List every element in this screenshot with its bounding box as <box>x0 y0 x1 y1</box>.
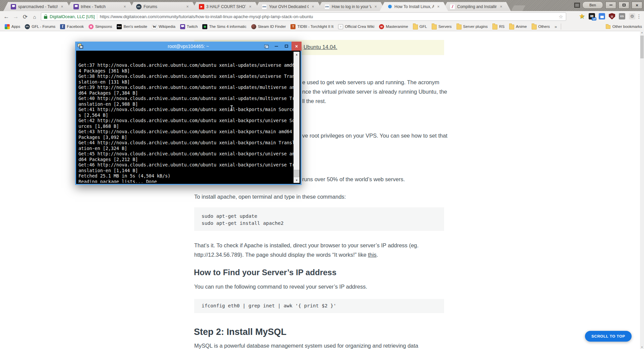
browser-tab[interactable]: sparcmaclived - Twitch × <box>3 2 72 11</box>
maximize-button[interactable] <box>619 2 629 9</box>
tab-close-icon[interactable]: × <box>122 4 127 9</box>
bookmark-item[interactable]: TIDBI - Torchlight II It <box>288 23 335 30</box>
bookmark-item[interactable]: GFL <box>411 23 429 30</box>
folder-icon <box>413 24 418 30</box>
bookmark-item[interactable]: Official Crea Wiki <box>336 23 376 30</box>
profile-button[interactable]: Ben <box>582 1 603 9</box>
tab-title: sparcmaclived - Twitch <box>18 4 58 9</box>
other-bookmarks-button[interactable]: Other bookmarks <box>606 22 642 31</box>
tab-close-icon[interactable]: × <box>60 4 64 9</box>
browser-tab[interactable]: Compiling and Installing × <box>442 2 511 11</box>
putty-close-button[interactable]: × <box>291 42 302 51</box>
ben-icon <box>117 24 122 29</box>
bookmark-item[interactable]: Twitch <box>178 23 200 30</box>
putty-maximize-button[interactable] <box>281 42 291 51</box>
browser-tab[interactable]: trihex - Twitch × <box>66 2 135 11</box>
ublock-extension-icon[interactable]: 8 <box>609 13 615 19</box>
this-link[interactable]: this <box>368 252 377 258</box>
home-button[interactable]: ⌂ <box>30 12 39 21</box>
bookmarks-bar: Apps GFL - Forums Facebook Simpsons Ben'… <box>0 22 644 31</box>
facebook-icon <box>60 24 65 29</box>
bookmark-item[interactable]: Simpsons <box>87 23 114 30</box>
bookmark-item[interactable]: RS <box>490 23 506 30</box>
browser-tab[interactable]: 3 HALF COURT SHOTS in × <box>192 2 260 11</box>
bookmark-label: RS <box>499 24 504 29</box>
wikipedia-icon <box>152 24 157 29</box>
bookmark-item[interactable]: Steam ID Finder <box>249 23 288 30</box>
back-button[interactable]: ← <box>2 12 11 21</box>
tab-title: Compiling and Installing <box>457 4 497 9</box>
putty-terminal-window[interactable]: root@vps104465: ~ ϟ × Get:37 http://nova… <box>75 42 302 185</box>
bookmark-label: Others <box>538 24 550 29</box>
browser-tab[interactable]: How To Install Linux, Ap × <box>380 2 448 11</box>
bookmark-item[interactable]: Server plugins <box>454 23 490 30</box>
tab-close-icon[interactable]: × <box>436 4 441 9</box>
browser-tab[interactable]: Forums × <box>129 2 197 11</box>
terminal-line: Get:41 http://nova.clouds.archive.ubuntu… <box>78 107 294 113</box>
mail-extension-icon[interactable]: off <box>589 13 595 19</box>
tab-close-icon[interactable]: × <box>248 4 253 9</box>
close-button[interactable]: × <box>632 2 642 9</box>
forward-button[interactable]: → <box>11 12 20 21</box>
putty-stack-button[interactable] <box>261 42 271 51</box>
bookmark-item[interactable]: Masteranime <box>377 23 410 30</box>
bookmark-label: Apps <box>11 24 20 29</box>
bookmark-item[interactable]: The Sims 4 informatic <box>200 23 248 30</box>
gear-extension-icon[interactable] <box>629 13 635 19</box>
putty-title-bar[interactable]: root@vps104465: ~ ϟ × <box>75 42 302 51</box>
star-plus-extension-icon[interactable] <box>579 13 585 19</box>
bookmark-item[interactable]: Anime <box>507 23 529 30</box>
browser-tab[interactable]: Your OVH Dedicated Co × <box>254 2 323 11</box>
tab-close-icon[interactable]: × <box>499 4 503 9</box>
bookmark-star-icon[interactable]: ☆ <box>559 14 563 20</box>
extension-badge: 8 <box>614 17 616 20</box>
tab-close-icon[interactable]: × <box>311 4 315 9</box>
browser-scrollbar-thumb[interactable] <box>640 36 644 58</box>
new-tab-button[interactable] <box>511 5 525 11</box>
terminal-scrollbar[interactable]: ▲ ▼ <box>293 52 300 183</box>
es-extension-icon[interactable] <box>619 13 625 19</box>
terminal-line: urces [1,868 B] <box>78 124 294 130</box>
bookmark-item[interactable]: Others <box>530 23 552 30</box>
section-heading-step2: Step 2: Install MySQL <box>194 327 286 337</box>
terminal-line: Fetched 25.1 MB in 5s (4,504 kB/s) <box>78 173 294 179</box>
tab-close-icon[interactable]: × <box>373 4 378 9</box>
terminal-scroll-down-icon[interactable]: ▼ <box>294 178 300 183</box>
ev-certificate-label[interactable]: DigitalOcean, LLC [US] <box>50 14 95 19</box>
putty-minimize-button[interactable] <box>271 42 281 51</box>
window-controls: Ben × <box>574 1 642 9</box>
window-extension-icon[interactable] <box>599 13 605 19</box>
paragraph-fragment: runs over 50% of the world’s web servers… <box>302 176 405 183</box>
bookmark-item[interactable]: Wikipedia <box>150 23 177 30</box>
scroll-to-top-button[interactable]: SCROLL TO TOP <box>585 331 632 342</box>
terminal-scrollbar-thumb[interactable] <box>294 170 300 177</box>
bookmark-item[interactable]: Apps <box>3 23 22 30</box>
browser-scrollbar[interactable]: ▲ ▼ <box>640 30 644 349</box>
browser-tab[interactable]: How to log in to your VP × <box>317 2 385 11</box>
url-text[interactable]: https://www.digitalocean.com/community/t… <box>100 14 556 19</box>
scroll-down-icon[interactable]: ▼ <box>640 345 644 349</box>
bookmark-item[interactable]: Servers <box>430 23 454 30</box>
bookmark-item[interactable]: Facebook <box>58 23 86 30</box>
bookmarks-overflow-chevron[interactable]: » <box>552 24 559 29</box>
bookmark-label: GFL <box>420 24 427 29</box>
tab-close-icon[interactable]: × <box>185 4 190 9</box>
bookmark-label: Masteranime <box>386 24 408 29</box>
paragraph-fragment: e used to get web servers up and running… <box>302 79 439 86</box>
scroll-up-icon[interactable]: ▲ <box>640 30 644 34</box>
extension-row: off 8 <box>579 13 635 19</box>
note-link-fragment[interactable]: Ubuntu 14.04. <box>304 44 337 50</box>
terminal-line: Packages [3,092 B] <box>78 135 294 141</box>
reload-button[interactable]: ⟳ <box>21 12 30 21</box>
paragraph-fragment: ll the rest. <box>302 98 326 104</box>
bookmark-item[interactable]: Ben's website <box>115 23 149 30</box>
putty-app-icon: ϟ <box>77 44 83 49</box>
window-utility-icon[interactable] <box>574 3 580 8</box>
bookmark-item[interactable]: GFL - Forums <box>23 23 57 30</box>
apache-icon <box>450 4 455 9</box>
chrome-menu-icon[interactable]: ⋮ <box>636 13 642 20</box>
address-bar[interactable]: DigitalOcean, LLC [US] https://www.digit… <box>41 12 566 21</box>
terminal-scroll-up-icon[interactable]: ▲ <box>294 52 300 57</box>
paragraph: You can run the following command to rev… <box>194 284 367 290</box>
minimize-button[interactable] <box>605 2 616 9</box>
